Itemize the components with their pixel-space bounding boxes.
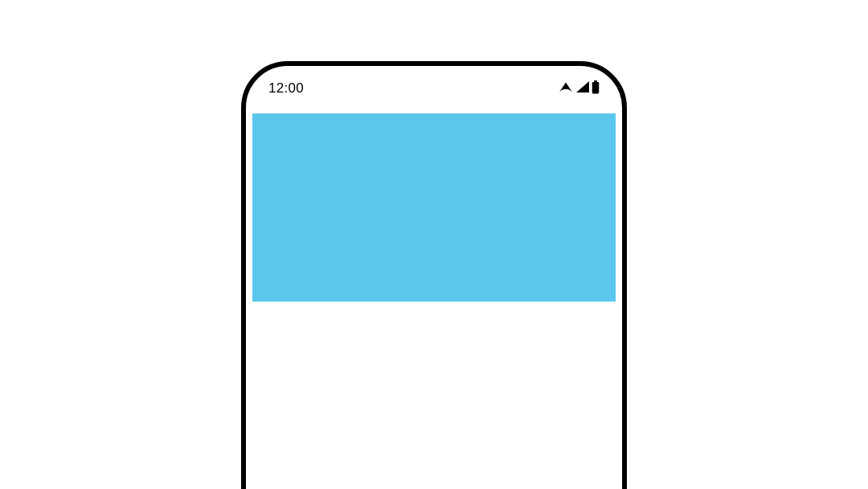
signal-icon — [575, 80, 590, 97]
svg-rect-1 — [592, 81, 600, 93]
status-bar: 12:00 — [246, 66, 622, 101]
wifi-icon — [558, 80, 574, 97]
app-content-area — [246, 101, 622, 302]
banner-block — [252, 113, 616, 302]
svg-rect-0 — [594, 80, 597, 82]
status-time: 12:00 — [268, 80, 304, 97]
battery-icon — [592, 80, 600, 97]
status-icons-group — [558, 80, 600, 97]
phone-device-frame: 12:00 — [241, 61, 627, 489]
